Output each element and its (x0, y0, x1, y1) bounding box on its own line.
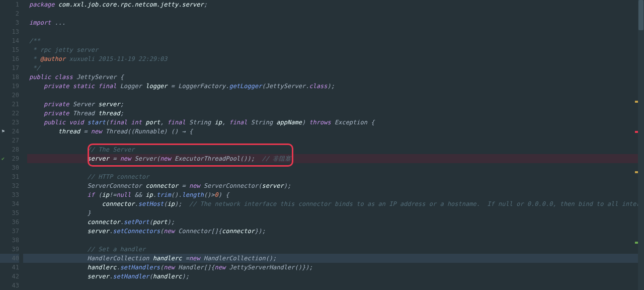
gutter-mark (0, 27, 6, 36)
line-number[interactable]: 17 (6, 63, 19, 72)
gutter-mark (0, 181, 6, 190)
line-number[interactable]: 33 (6, 190, 19, 199)
line-number[interactable]: 28 (6, 145, 19, 154)
line-number[interactable]: 15 (6, 45, 19, 54)
error-stripe-mark[interactable] (635, 131, 638, 133)
code-line[interactable] (27, 9, 644, 18)
gutter-mark (0, 91, 6, 100)
line-number[interactable]: 1 (6, 0, 19, 9)
code-line[interactable]: public class JettyServer { (27, 72, 644, 82)
code-line[interactable]: HandlerCollection handlerc =new HandlerC… (27, 254, 644, 263)
code-line[interactable]: thread = new Thread((Runnable) () → { (27, 127, 644, 136)
line-number[interactable]: 41 (6, 263, 19, 272)
gutter-mark (0, 199, 6, 208)
line-number[interactable]: 37 (6, 227, 19, 236)
gutter-mark (0, 145, 6, 154)
gutter-mark (0, 63, 6, 72)
line-number[interactable]: 29 (6, 154, 19, 163)
gutter-mark (0, 45, 6, 54)
line-number-gutter[interactable]: 1231314151617181920212223242728293031323… (6, 0, 23, 290)
line-number[interactable]: 42 (6, 272, 19, 281)
code-line[interactable] (27, 163, 644, 172)
line-number[interactable]: 27 (6, 136, 19, 145)
fold-column[interactable] (23, 0, 27, 290)
gutter-mark (0, 263, 6, 272)
code-line[interactable]: server.setHandler(handlerc); (27, 272, 644, 281)
gutter-mark (0, 172, 6, 181)
line-number[interactable]: 36 (6, 218, 19, 227)
code-line[interactable]: private Server server; (27, 100, 644, 109)
code-line[interactable]: import ... (27, 18, 644, 27)
gutter-mark (0, 163, 6, 172)
code-line[interactable]: public void start(final int port, final … (27, 118, 644, 127)
code-line[interactable] (27, 91, 644, 100)
code-line[interactable]: * @author xuxueli 2015-11-19 22:29:03 (27, 54, 644, 63)
gutter-mark: ⚑ (0, 127, 6, 136)
gutter-mark (0, 0, 6, 9)
line-number[interactable]: 43 (6, 281, 19, 290)
code-line[interactable]: } (27, 208, 644, 218)
gutter-mark (0, 190, 6, 199)
code-line[interactable]: server.setConnectors(new Connector[]{con… (27, 227, 644, 236)
line-number[interactable]: 40 (6, 254, 19, 263)
code-line[interactable]: handlerc.setHandlers(new Handler[]{new J… (27, 263, 644, 272)
line-number[interactable]: 20 (6, 91, 19, 100)
line-number[interactable]: 34 (6, 199, 19, 208)
scrollbar-thumb[interactable] (638, 0, 643, 30)
line-number[interactable]: 21 (6, 100, 19, 109)
line-number[interactable]: 23 (6, 118, 19, 127)
gutter-mark (0, 254, 6, 263)
gutter-mark (0, 136, 6, 145)
code-line[interactable]: // HTTP connector (27, 172, 644, 181)
line-number[interactable]: 18 (6, 72, 19, 82)
line-number[interactable]: 39 (6, 245, 19, 254)
code-line[interactable]: if (ip!=null && ip.trim().length()>0) { (27, 190, 644, 199)
line-number[interactable]: 16 (6, 54, 19, 63)
gutter-mark (0, 18, 6, 27)
code-line[interactable]: connector.setHost(ip); // The network in… (27, 199, 644, 208)
code-line[interactable]: */ (27, 63, 644, 72)
gutter-mark (0, 272, 6, 281)
line-number[interactable]: 14 (6, 36, 19, 45)
line-number[interactable]: 13 (6, 27, 19, 36)
code-line[interactable]: server = new Server(new ExecutorThreadPo… (27, 154, 644, 163)
line-number[interactable]: 3 (6, 18, 19, 27)
gutter-mark: ✔ (0, 154, 6, 163)
gutter-mark (0, 9, 6, 18)
gutter-mark (0, 82, 6, 91)
vertical-scrollbar[interactable]: ✓ (638, 0, 644, 290)
line-number[interactable]: 38 (6, 236, 19, 245)
line-number[interactable]: 32 (6, 181, 19, 190)
code-line[interactable]: private static final Logger logger = Log… (27, 82, 644, 91)
code-line[interactable]: connector.setPort(port); (27, 218, 644, 227)
gutter-mark (0, 109, 6, 118)
code-line[interactable]: * rpc jetty server (27, 45, 644, 54)
marker-column: ⚑✔ (0, 0, 6, 290)
code-line[interactable] (27, 236, 644, 245)
code-line[interactable]: ServerConnector connector = new ServerCo… (27, 181, 644, 190)
line-number[interactable]: 35 (6, 208, 19, 218)
line-number[interactable]: 19 (6, 82, 19, 91)
error-stripe-mark[interactable] (635, 171, 638, 173)
code-line[interactable]: private Thread thread; (27, 109, 644, 118)
error-stripe[interactable] (635, 0, 638, 290)
line-number[interactable]: 2 (6, 9, 19, 18)
code-line[interactable]: // The Server (27, 145, 644, 154)
code-editor[interactable]: ⚑✔ 1231314151617181920212223242728293031… (0, 0, 644, 290)
code-line[interactable] (27, 27, 644, 36)
code-area[interactable]: package com.xxl.job.core.rpc.netcom.jett… (27, 0, 644, 290)
error-stripe-mark[interactable] (635, 242, 638, 244)
code-line[interactable]: /** (27, 36, 644, 45)
error-stripe-mark[interactable] (635, 101, 638, 103)
code-line[interactable]: package com.xxl.job.core.rpc.netcom.jett… (27, 0, 644, 9)
line-number[interactable]: 22 (6, 109, 19, 118)
code-line[interactable] (27, 136, 644, 145)
line-number[interactable]: 30 (6, 163, 19, 172)
line-number[interactable]: 24 (6, 127, 19, 136)
gutter-mark (0, 100, 6, 109)
code-line[interactable] (27, 281, 644, 290)
code-line[interactable]: // Set a handler (27, 245, 644, 254)
gutter-mark (0, 218, 6, 227)
gutter-mark (0, 227, 6, 236)
line-number[interactable]: 31 (6, 172, 19, 181)
